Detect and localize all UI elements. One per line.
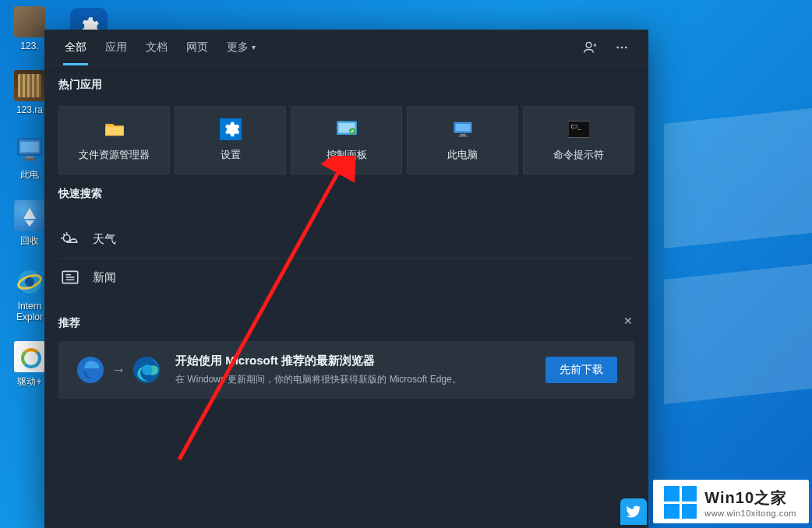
tile-control-panel[interactable]: 控制面板 <box>291 106 402 174</box>
tab-more[interactable]: 更多▾ <box>217 30 265 65</box>
tabs-bar: 全部 应用 文档 网页 更多▾ <box>44 30 648 65</box>
news-icon <box>58 267 82 287</box>
tile-label: 文件资源管理器 <box>79 148 150 162</box>
feedback-icon[interactable] <box>575 40 606 55</box>
watermark-url: www.win10xitong.com <box>704 509 796 518</box>
tile-file-explorer[interactable]: 文件资源管理器 <box>58 106 170 174</box>
tile-label: 控制面板 <box>327 148 367 162</box>
edge-upgrade-icons: → <box>76 355 161 385</box>
tab-all[interactable]: 全部 <box>55 30 96 65</box>
svg-rect-1 <box>20 142 38 152</box>
svg-point-6 <box>25 277 34 287</box>
svg-text:C:\_: C:\_ <box>570 124 581 130</box>
svg-rect-18 <box>458 136 468 137</box>
weather-icon <box>58 230 82 250</box>
tile-label: 设置 <box>221 148 241 162</box>
tile-settings[interactable]: 设置 <box>175 106 286 174</box>
tab-apps[interactable]: 应用 <box>96 30 136 65</box>
svg-point-10 <box>625 46 627 48</box>
svg-rect-16 <box>455 124 470 131</box>
tab-docs[interactable]: 文档 <box>136 30 177 65</box>
svg-point-7 <box>586 42 591 48</box>
section-quick-search-title: 快速搜索 <box>58 187 634 201</box>
quick-item-label: 新闻 <box>93 270 116 285</box>
recommendation-heading: 开始使用 Microsoft 推荐的最新浏览器 <box>175 354 531 368</box>
svg-point-21 <box>63 234 70 241</box>
tile-label: 命令提示符 <box>553 148 604 162</box>
svg-point-25 <box>142 364 152 375</box>
quick-item-label: 天气 <box>93 232 116 247</box>
edge-chromium-icon <box>132 355 161 385</box>
section-top-apps-title: 热门应用 <box>58 78 634 92</box>
tab-web[interactable]: 网页 <box>177 30 217 65</box>
svg-point-23 <box>77 357 104 383</box>
tile-this-pc[interactable]: 此电脑 <box>407 106 518 174</box>
control-panel-icon <box>336 118 358 140</box>
recommendation-card: → 开始使用 Microsoft 推荐的最新浏览器 在 Windows 更新期间… <box>58 341 634 399</box>
chevron-down-icon: ▾ <box>252 43 256 51</box>
quick-item-news[interactable]: 新闻 <box>58 259 634 296</box>
pc-icon <box>452 118 474 140</box>
watermark: Win10之家 www.win10xitong.com <box>653 480 809 523</box>
svg-rect-2 <box>26 156 34 158</box>
gear-icon <box>220 118 242 140</box>
tile-label: 此电脑 <box>447 148 478 162</box>
watermark-logo <box>664 486 697 519</box>
svg-point-9 <box>621 46 623 48</box>
search-panel: 全部 应用 文档 网页 更多▾ 热门应用 文件资源管理器 设置 <box>44 30 648 528</box>
download-button[interactable]: 先前下载 <box>545 357 617 383</box>
recommendation-subtext: 在 Windows 更新期间，你的电脑将很快获得新版的 Microsoft Ed… <box>175 373 531 386</box>
edge-legacy-icon <box>76 355 105 385</box>
folder-icon <box>104 118 125 140</box>
tile-cmd[interactable]: C:\_ 命令提示符 <box>523 106 634 174</box>
svg-point-8 <box>616 46 619 48</box>
watermark-title: Win10之家 <box>704 488 796 509</box>
close-icon[interactable]: ✕ <box>623 315 633 327</box>
twitter-icon[interactable] <box>620 498 647 525</box>
quick-item-weather[interactable]: 天气 <box>58 221 634 259</box>
arrow-right-icon: → <box>111 362 125 378</box>
more-options-icon[interactable] <box>606 40 637 55</box>
svg-rect-17 <box>460 134 465 136</box>
cmd-icon: C:\_ <box>568 118 590 140</box>
svg-rect-3 <box>23 159 37 161</box>
section-recommend-title: 推荐 <box>58 316 634 330</box>
